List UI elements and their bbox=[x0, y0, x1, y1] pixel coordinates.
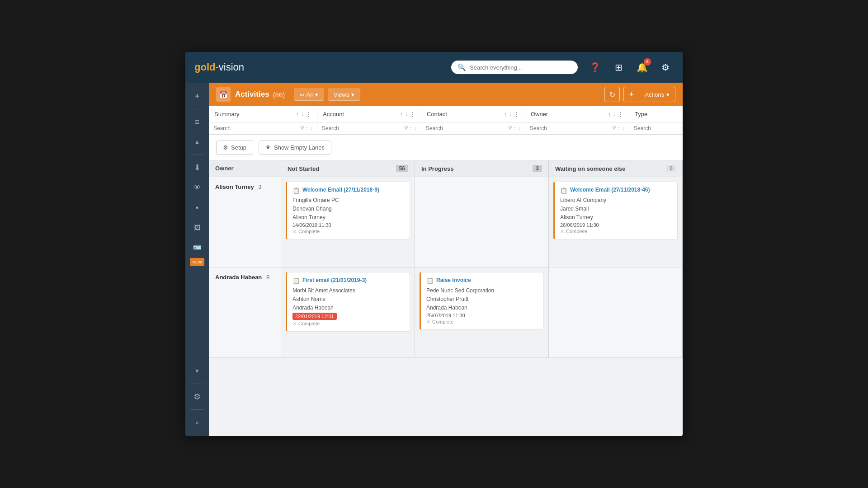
card-activity-icon-4: 📋 bbox=[426, 277, 434, 284]
apps-icon[interactable]: ⊞ bbox=[610, 59, 627, 75]
actions-btn[interactable]: Actions ▾ bbox=[639, 87, 675, 102]
show-empty-lanes-btn[interactable]: 👁 Show Empty Lanes bbox=[259, 141, 331, 155]
card-title-3[interactable]: 📋 First email (21/01/2019-3) bbox=[292, 277, 404, 284]
card-owner-4: Andrada Habean bbox=[426, 304, 538, 312]
sidebar-download-icon[interactable]: ⬇ bbox=[188, 159, 206, 177]
sort-asc-icon[interactable]: ↑ bbox=[504, 111, 507, 117]
search-cell-contact[interactable]: ⧩ ↑ ↓ bbox=[421, 122, 525, 134]
filter-icon[interactable]: ⧩ bbox=[508, 125, 512, 131]
sort-asc-icon[interactable]: ↑ bbox=[514, 125, 516, 131]
sort-asc-icon[interactable]: ↑ bbox=[608, 111, 611, 117]
card-company-3: Morbi Sit Amet Associates bbox=[292, 286, 404, 295]
sidebar-new-icon[interactable]: NEW bbox=[190, 258, 204, 266]
col-header-summary-label: Summary bbox=[214, 111, 240, 117]
col-menu-icon[interactable]: ⋮ bbox=[410, 111, 415, 117]
col-menu-icon[interactable]: ⋮ bbox=[514, 111, 519, 117]
kanban-rows: Alison Turney 3 📋 Welcome Email (27/11/2… bbox=[209, 177, 683, 436]
card-status-1: ✕ Complete bbox=[292, 229, 404, 235]
help-icon[interactable]: ❓ bbox=[587, 59, 603, 75]
nav-icons: ❓ ⊞ 🔔 5 ⚙ bbox=[587, 59, 674, 75]
logo-dash: - bbox=[215, 61, 218, 73]
card-status-text-3: Complete bbox=[298, 321, 320, 326]
sort-desc-icon[interactable]: ↓ bbox=[613, 111, 616, 117]
views-dropdown-icon: ▾ bbox=[351, 91, 354, 98]
sidebar-collapse-icon[interactable]: ▲ bbox=[188, 133, 206, 151]
sort-asc-icon[interactable]: ↑ bbox=[410, 125, 412, 131]
search-cell-owner[interactable]: ⧩ ↑ ↓ bbox=[525, 122, 629, 134]
search-input-account[interactable] bbox=[322, 125, 404, 131]
filter-icon[interactable]: ⧩ bbox=[612, 125, 616, 131]
sidebar-add-icon[interactable]: + bbox=[188, 87, 206, 105]
sidebar-settings-icon[interactable]: ⚙ bbox=[188, 388, 206, 406]
sidebar-expand-icon[interactable]: ▼ bbox=[188, 362, 206, 380]
card-contact-2: Jared Small bbox=[560, 205, 672, 213]
card-title-1[interactable]: 📋 Welcome Email (27/11/2018-9) bbox=[292, 187, 404, 194]
card-company-4: Pede Nunc Sed Corporation bbox=[426, 286, 538, 295]
all-filter-btn[interactable]: ∞ All ▾ bbox=[294, 89, 324, 101]
search-input-summary[interactable] bbox=[213, 125, 300, 131]
sort-desc-icon[interactable]: ↓ bbox=[622, 125, 624, 131]
card-status-x-1: ✕ bbox=[292, 229, 297, 235]
sort-desc-icon[interactable]: ↓ bbox=[405, 111, 408, 117]
col-menu-icon[interactable]: ⋮ bbox=[618, 111, 623, 117]
card-date-overdue-3: 22/01/2019 12:01 bbox=[292, 313, 337, 320]
logo: gold-vision bbox=[194, 61, 244, 73]
sort-desc-icon[interactable]: ↓ bbox=[414, 125, 416, 131]
sort-desc-icon[interactable]: ↓ bbox=[301, 111, 304, 117]
filter-icon[interactable]: ⧩ bbox=[300, 125, 304, 131]
notification-icon[interactable]: 🔔 5 bbox=[634, 59, 650, 75]
card-owner-1: Alison Turney bbox=[292, 213, 404, 222]
search-cell-account[interactable]: ⧩ ↑ ↓ bbox=[317, 122, 421, 134]
search-cell-summary[interactable]: ⧩ ↑ ↓ bbox=[209, 122, 317, 134]
sidebar-eye-icon[interactable]: 👁 bbox=[188, 178, 206, 197]
sort-desc-icon[interactable]: ↓ bbox=[509, 111, 512, 117]
global-search-box[interactable]: 🔍 bbox=[451, 61, 578, 74]
card-title-4[interactable]: 📋 Raise Invoice bbox=[426, 277, 538, 284]
search-icon: 🔍 bbox=[458, 63, 466, 71]
all-label: All bbox=[307, 91, 313, 98]
kanban-lane-header-not-started: Not Started 56 bbox=[281, 160, 415, 177]
sidebar-dot-icon[interactable]: ● bbox=[188, 198, 206, 216]
sidebar-photo-icon[interactable]: 🖼 bbox=[188, 218, 206, 236]
waiting-label: Waiting on someone else bbox=[555, 165, 626, 172]
search-input-contact[interactable] bbox=[426, 125, 508, 131]
filter-icon[interactable]: ⧩ bbox=[404, 125, 408, 131]
add-btn[interactable]: + bbox=[623, 87, 639, 102]
sidebar-double-chevron-icon[interactable]: » bbox=[188, 413, 206, 432]
sort-asc-icon[interactable]: ↑ bbox=[618, 125, 620, 131]
col-header-summary: Summary ↑ ↓ ⋮ bbox=[209, 106, 317, 122]
sidebar-card-icon[interactable]: 🪪 bbox=[188, 238, 206, 256]
eye-icon: 👁 bbox=[265, 144, 271, 151]
search-input-owner[interactable] bbox=[530, 125, 612, 131]
not-started-label: Not Started bbox=[288, 165, 319, 172]
andrada-not-started-lane: 📋 First email (21/01/2019-3) Morbi Sit A… bbox=[281, 267, 415, 357]
refresh-btn[interactable]: ↻ bbox=[604, 87, 620, 102]
in-progress-label: In Progress bbox=[421, 165, 454, 172]
global-search-input[interactable] bbox=[470, 64, 571, 71]
activities-bar: 📅 Activities (86) ∞ All ▾ Views ▾ ↻ + bbox=[209, 83, 683, 106]
card-title-2[interactable]: 📋 Welcome Email (27/11/2018-45) bbox=[560, 187, 672, 194]
sort-asc-icon[interactable]: ↑ bbox=[306, 125, 308, 131]
all-dropdown-icon: ▾ bbox=[315, 91, 318, 98]
settings-icon[interactable]: ⚙ bbox=[657, 59, 674, 75]
kanban-lane-header-waiting: Waiting on someone else 0 bbox=[549, 160, 683, 177]
sort-desc-icon[interactable]: ↓ bbox=[518, 125, 520, 131]
sort-asc-icon[interactable]: ↑ bbox=[400, 111, 403, 117]
search-cell-type[interactable] bbox=[629, 122, 683, 134]
sort-desc-icon[interactable]: ↓ bbox=[310, 125, 312, 131]
col-header-contact: Contact ↑ ↓ ⋮ bbox=[421, 106, 525, 122]
sidebar-menu-icon[interactable]: ≡ bbox=[188, 113, 206, 131]
col-header-owner: Owner ↑ ↓ ⋮ bbox=[525, 106, 629, 122]
sort-asc-icon[interactable]: ↑ bbox=[296, 111, 299, 117]
search-input-type[interactable] bbox=[634, 125, 683, 131]
actions-label: Actions bbox=[645, 91, 664, 98]
not-started-count: 56 bbox=[396, 165, 408, 172]
sidebar: + ≡ ▲ ⬇ 👁 ● 🖼 🪪 NEW ▼ ⚙ » bbox=[185, 83, 209, 436]
setup-btn[interactable]: ⚙ Setup bbox=[216, 141, 253, 155]
alison-waiting-lane: 📋 Welcome Email (27/11/2018-45) Libero A… bbox=[549, 177, 683, 267]
owner-cell-alison: Alison Turney 3 bbox=[209, 177, 281, 267]
col-header-type: Type bbox=[629, 106, 683, 122]
andrada-in-progress-lane: 📋 Raise Invoice Pede Nunc Sed Corporatio… bbox=[415, 267, 549, 357]
views-btn[interactable]: Views ▾ bbox=[328, 89, 360, 101]
col-menu-icon[interactable]: ⋮ bbox=[306, 111, 311, 117]
